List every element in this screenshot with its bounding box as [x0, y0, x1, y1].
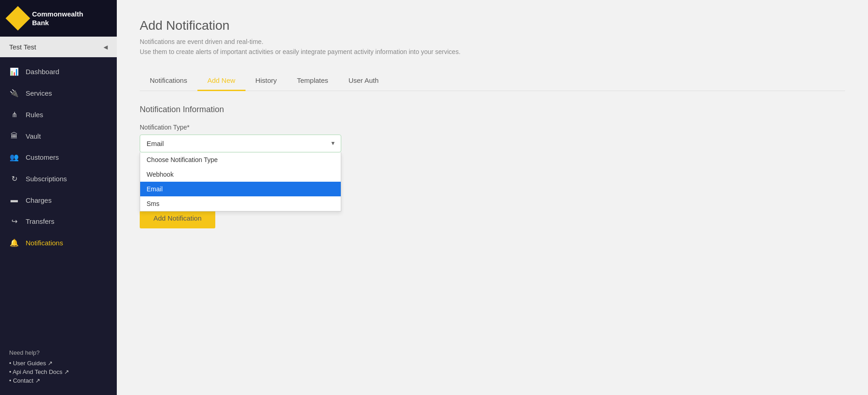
sidebar-item-label: Notifications [26, 239, 63, 247]
sidebar-item-label: Charges [26, 196, 52, 204]
sidebar-item-label: Customers [26, 153, 59, 161]
logo-diamond [5, 6, 30, 31]
services-icon: 🔌 [9, 89, 19, 97]
dropdown-option-sms[interactable]: Sms [140, 196, 341, 211]
notification-type-dropdown: Choose Notification Type Webhook Email S… [140, 152, 341, 211]
sidebar-header: Commonwealth Bank [0, 0, 117, 37]
notification-type-group: Notification Type* Choose Notification T… [140, 124, 845, 152]
tab-notifications[interactable]: Notifications [140, 71, 197, 91]
notification-type-wrapper: Choose Notification Type Webhook Email S… [140, 135, 341, 152]
tab-add-new[interactable]: Add New [197, 71, 246, 91]
notification-type-select[interactable]: Choose Notification Type Webhook Email S… [140, 135, 341, 152]
help-link-user-guides[interactable]: • User Guides ↗ [9, 360, 108, 367]
help-label: Need help? [9, 349, 108, 356]
sidebar-item-label: Services [26, 89, 52, 97]
tab-history[interactable]: History [246, 71, 287, 91]
sidebar-user: Test Test ◀ [0, 37, 117, 57]
subscriptions-icon: ↻ [9, 174, 19, 183]
sidebar-item-label: Dashboard [26, 68, 59, 76]
sidebar-item-charges[interactable]: ▬ Charges [0, 189, 117, 211]
user-name: Test Test [9, 43, 36, 51]
sidebar-item-vault[interactable]: 🏛 Vault [0, 125, 117, 146]
dashboard-icon: 📊 [9, 67, 19, 76]
charges-icon: ▬ [9, 196, 19, 204]
page-title: Add Notification [140, 18, 845, 33]
main-content: Add Notification Notifications are event… [117, 0, 868, 395]
dropdown-option-choose[interactable]: Choose Notification Type [140, 152, 341, 167]
sidebar-help: Need help? • User Guides ↗ • Api And Tec… [0, 342, 117, 395]
sidebar-item-notifications[interactable]: 🔔 Notifications [0, 232, 117, 254]
sidebar-item-label: Vault [26, 132, 41, 140]
sidebar-item-label: Rules [26, 111, 43, 119]
page-subtitle: Notifications are event driven and real-… [140, 37, 845, 57]
section-title: Notification Information [140, 105, 845, 114]
sidebar-item-subscriptions[interactable]: ↻ Subscriptions [0, 168, 117, 189]
collapse-icon[interactable]: ◀ [104, 44, 108, 50]
tabs: Notifications Add New History Templates … [140, 71, 845, 91]
help-link-api-docs[interactable]: • Api And Tech Docs ↗ [9, 368, 108, 375]
tab-templates[interactable]: Templates [287, 71, 338, 91]
sidebar-item-label: Transfers [26, 217, 55, 225]
notification-type-label: Notification Type* [140, 124, 845, 131]
transfers-icon: ↪ [9, 217, 19, 226]
sidebar-item-transfers[interactable]: ↪ Transfers [0, 211, 117, 232]
sidebar-item-rules[interactable]: ⋔ Rules [0, 104, 117, 125]
dropdown-option-webhook[interactable]: Webhook [140, 167, 341, 182]
brand-name: Commonwealth Bank [32, 10, 83, 27]
sidebar-item-label: Subscriptions [26, 175, 67, 183]
tab-user-auth[interactable]: User Auth [338, 71, 389, 91]
sidebar: Commonwealth Bank Test Test ◀ 📊 Dashboar… [0, 0, 117, 395]
vault-icon: 🏛 [9, 132, 19, 140]
dropdown-option-email[interactable]: Email [140, 182, 341, 196]
help-link-contact[interactable]: • Contact ↗ [9, 377, 108, 384]
customers-icon: 👥 [9, 153, 19, 162]
sidebar-item-services[interactable]: 🔌 Services [0, 82, 117, 104]
sidebar-item-dashboard[interactable]: 📊 Dashboard [0, 61, 117, 82]
rules-icon: ⋔ [9, 110, 19, 119]
sidebar-item-customers[interactable]: 👥 Customers [0, 146, 117, 168]
notifications-icon: 🔔 [9, 238, 19, 247]
sidebar-nav: 📊 Dashboard 🔌 Services ⋔ Rules 🏛 Vault 👥… [0, 57, 117, 342]
